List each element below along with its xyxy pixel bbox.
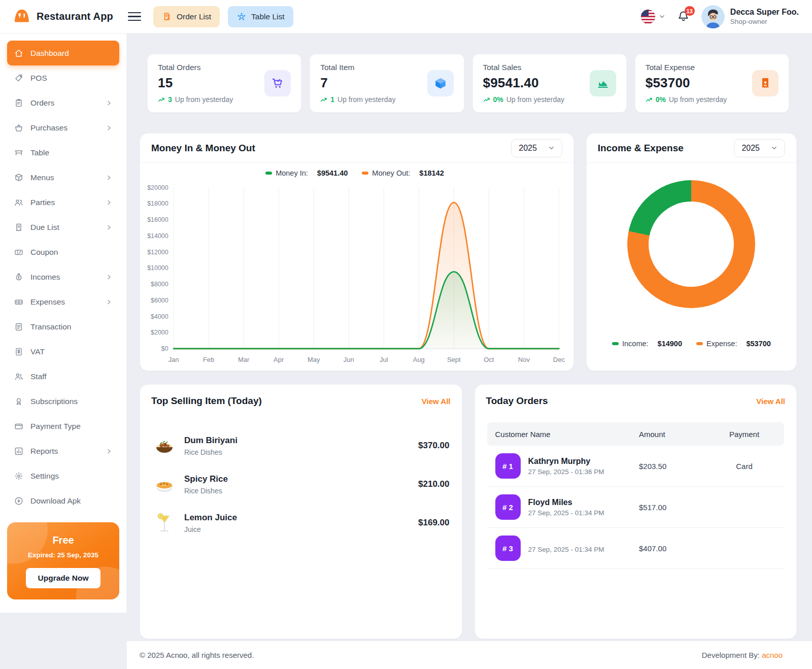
user-role: Shop-owner bbox=[730, 18, 799, 25]
svg-text:Jun: Jun bbox=[344, 356, 354, 363]
notifications-button[interactable]: 13 bbox=[676, 10, 690, 23]
money-out-legend-marker bbox=[362, 172, 368, 175]
svg-text:Apr: Apr bbox=[274, 356, 284, 363]
language-selector[interactable] bbox=[640, 9, 665, 24]
home-icon bbox=[14, 48, 24, 58]
biriyani-bowl-image bbox=[152, 433, 177, 458]
chevron-right-icon bbox=[106, 124, 113, 131]
sidebar-item-vat[interactable]: VAT bbox=[7, 339, 119, 364]
stat-card-total-orders: Total Orders 15 3Up from yesterday bbox=[147, 54, 301, 113]
receipt-icon bbox=[162, 12, 172, 22]
sidebar-item-reports[interactable]: Reports bbox=[7, 439, 119, 463]
money-panel-title: Money In & Money Out bbox=[151, 143, 255, 154]
ticket-icon bbox=[14, 247, 24, 257]
expense-receipt-icon bbox=[752, 70, 779, 96]
today-orders-view-all-link[interactable]: View All bbox=[756, 397, 785, 406]
acnoo-link[interactable]: acnoo bbox=[762, 651, 783, 659]
order-number-badge: # 1 bbox=[495, 453, 521, 479]
clipboard-list-icon bbox=[14, 322, 24, 332]
top-selling-item: Lemon Juice Juice $169.00 bbox=[152, 504, 450, 542]
hamburger-menu-icon[interactable] bbox=[128, 10, 141, 23]
chevron-right-icon bbox=[106, 298, 113, 306]
svg-text:$0: $0 bbox=[161, 345, 168, 352]
svg-text:May: May bbox=[308, 356, 320, 363]
user-menu[interactable]: Decca Super Foo. Shop-owner bbox=[701, 5, 799, 28]
area-chart-icon bbox=[590, 70, 616, 96]
sidebar-item-transaction[interactable]: Transaction bbox=[7, 314, 119, 339]
svg-text:Dec: Dec bbox=[553, 356, 565, 363]
donut-legend: Income: $14900 Expense: $53700 bbox=[612, 340, 771, 348]
donut-year-select[interactable]: 2025 bbox=[734, 139, 785, 157]
sidebar-item-staff[interactable]: Staff bbox=[7, 364, 119, 389]
table-row: # 1 Kathryn Murphy 27 Sep, 2025 - 01:36 … bbox=[487, 446, 785, 487]
svg-text:$8000: $8000 bbox=[151, 281, 168, 288]
topbar: Restaurant App Order List Table List bbox=[0, 0, 812, 34]
table-row: # 3 27 Sep, 2025 - 01:34 PM $407.00 bbox=[487, 528, 785, 569]
trend-up-icon bbox=[158, 96, 165, 103]
sidebar-item-purchases[interactable]: Purchases bbox=[7, 115, 119, 140]
svg-text:$16000: $16000 bbox=[147, 216, 168, 223]
money-chart-legend: Money In: $9541.40 Money Out: $18142 bbox=[144, 169, 565, 177]
order-list-button[interactable]: Order List bbox=[153, 6, 220, 27]
upgrade-now-button[interactable]: Upgrade Now bbox=[26, 568, 101, 588]
order-number-badge: # 3 bbox=[495, 536, 521, 561]
top-selling-title: Top Selling Item (Today) bbox=[151, 395, 262, 407]
app-logo: Restaurant App bbox=[12, 7, 128, 26]
income-legend-marker bbox=[612, 342, 619, 345]
chevron-right-icon bbox=[106, 174, 113, 181]
sidebar-item-download-apk[interactable]: Download Apk bbox=[7, 488, 119, 513]
svg-text:Nov: Nov bbox=[518, 356, 530, 363]
sidebar-item-coupon[interactable]: Coupon bbox=[7, 240, 119, 264]
sidebar-item-incomes[interactable]: Incomes bbox=[7, 264, 119, 289]
sidebar-item-orders[interactable]: Orders bbox=[7, 90, 119, 115]
expense-legend-marker bbox=[696, 342, 703, 345]
plan-expiry: Expired: 25 Sep, 2035 bbox=[15, 551, 111, 559]
copyright-text: © 2025 Acnoo, all rights reserved. bbox=[140, 651, 254, 659]
sidebar-item-dashboard[interactable]: Dashboard bbox=[7, 41, 119, 65]
stat-cards: Total Orders 15 3Up from yesterday Total… bbox=[147, 54, 789, 113]
chevron-down-icon bbox=[659, 13, 665, 20]
sidebar-item-expenses[interactable]: Expenses bbox=[7, 289, 119, 314]
footer: © 2025 Acnoo, all rights reserved. Devel… bbox=[127, 641, 812, 669]
chevron-right-icon bbox=[106, 274, 113, 281]
plan-title: Free bbox=[15, 534, 111, 546]
svg-text:Aug: Aug bbox=[413, 356, 425, 363]
download-icon bbox=[14, 496, 24, 506]
svg-text:Oct: Oct bbox=[484, 356, 494, 363]
brand-name: Restaurant App bbox=[37, 11, 113, 22]
today-orders-table: Customer Name Amount Payment # 1 Kathryn… bbox=[475, 417, 797, 569]
sidebar-item-settings[interactable]: Settings bbox=[7, 463, 119, 488]
top-selling-item: Spicy Rice Rice Dishes $210.00 bbox=[152, 465, 450, 504]
money-bag-icon bbox=[14, 272, 24, 282]
round-table-icon bbox=[236, 12, 247, 22]
trend-up-icon bbox=[320, 96, 327, 103]
table-list-button[interactable]: Table List bbox=[228, 6, 293, 27]
today-orders-title: Today Orders bbox=[486, 395, 548, 407]
sidebar-item-payment-type[interactable]: Payment Type bbox=[7, 414, 119, 439]
clipboard-icon bbox=[14, 98, 24, 108]
money-in-legend-marker bbox=[265, 172, 272, 175]
money-line-chart: $0$2000$4000$6000$8000$10000$12000$14000… bbox=[144, 181, 565, 366]
gear-icon bbox=[14, 471, 24, 481]
chevron-right-icon bbox=[106, 199, 113, 206]
svg-text:$2000: $2000 bbox=[151, 329, 168, 336]
sidebar-item-menus[interactable]: Menus bbox=[7, 165, 119, 190]
svg-text:$20000: $20000 bbox=[147, 184, 168, 191]
table-row: # 2 Floyd Miles 27 Sep, 2025 - 01:34 PM … bbox=[487, 487, 785, 528]
table-header: Customer Name Amount Payment bbox=[487, 422, 785, 446]
vat-receipt-icon bbox=[14, 347, 24, 357]
sidebar-item-pos[interactable]: POS bbox=[7, 65, 119, 90]
cube-3d-icon bbox=[427, 70, 454, 96]
today-orders-panel: Today Orders View All Customer Name Amou… bbox=[475, 384, 797, 639]
money-in-out-panel: Money In & Money Out 2025 Money In: $954… bbox=[140, 133, 574, 371]
top-selling-view-all-link[interactable]: View All bbox=[422, 397, 451, 406]
sidebar: Dashboard POS Orders Purchases Table Men… bbox=[0, 34, 127, 613]
money-year-select[interactable]: 2025 bbox=[511, 139, 562, 157]
income-expense-donut-chart bbox=[627, 180, 755, 308]
trend-up-icon bbox=[646, 96, 653, 103]
sidebar-item-subscriptions[interactable]: Subscriptions bbox=[7, 389, 119, 414]
sidebar-item-table[interactable]: Table bbox=[7, 140, 119, 165]
svg-text:$4000: $4000 bbox=[151, 313, 168, 320]
sidebar-item-parties[interactable]: Parties bbox=[7, 190, 119, 215]
sidebar-item-due-list[interactable]: Due List bbox=[7, 215, 119, 240]
